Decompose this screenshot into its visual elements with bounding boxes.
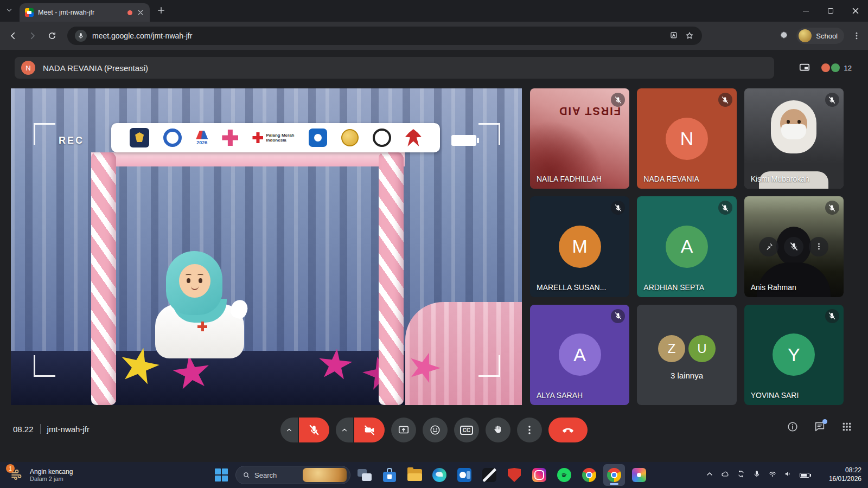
start-button[interactable] [210,464,232,486]
mute-button[interactable] [784,237,803,256]
participants-count-chip[interactable]: 12 [820,62,852,73]
presentation-video[interactable]: 2026 Palang MerahIndonesia REC [11,88,522,405]
camera-options-chevron[interactable] [336,418,353,442]
participant-tile-nada[interactable]: N NADA REVANIA [637,88,736,189]
more-options-button[interactable] [517,418,542,442]
url-text[interactable]: meet.google.com/jmt-nwah-jfr [92,31,664,40]
onedrive-icon[interactable] [721,470,730,480]
volume-icon[interactable] [784,470,793,480]
window-maximize-button[interactable] [818,0,843,22]
mic-control-group [280,418,329,442]
camera-control-group [336,418,385,442]
raise-hand-button[interactable] [486,418,510,442]
chat-icon[interactable] [814,421,826,433]
university-shield-logo [130,128,149,147]
participant-name: NAILA FADHILLAH [537,175,602,183]
participant-tile-marella[interactable]: M MARELLA SUSAN... [530,196,629,297]
avatar: Z [658,335,685,362]
site-mic-indicator-icon[interactable] [75,30,87,42]
photos-app-icon[interactable] [628,464,650,486]
browser-tab[interactable]: Meet - jmt-nwah-jfr [20,3,150,22]
participant-tile-naila[interactable]: FIRST AID NAILA FADHILLAH [530,88,629,189]
reactions-button[interactable] [423,418,448,442]
tab-search-icon[interactable] [5,7,13,14]
meet-page: N NADA REVANIA (Presentasi) 12 [0,50,868,462]
participant-tile-anis[interactable]: Anis Rahman [744,196,844,297]
mini-avatar [820,62,831,73]
avatar: U [688,335,716,362]
design-app-icon[interactable] [478,464,500,486]
new-tab-button[interactable] [156,5,166,15]
outlook-icon[interactable] [454,464,475,486]
activities-apps-icon[interactable] [841,421,853,433]
event-logo-banner: 2026 Palang MerahIndonesia [111,123,440,152]
profile-label: School [816,32,838,40]
extensions-icon[interactable] [779,31,789,41]
participant-tile-alya[interactable]: A ALYA SARAH [530,305,629,405]
participant-tile-ardhian[interactable]: A ARDHIAN SEPTA [637,196,736,297]
layout-icon[interactable] [799,62,810,74]
participant-name: Kismi Mubarokah [751,175,809,183]
frame-bracket [478,123,500,145]
antivirus-shield-icon[interactable] [503,464,525,486]
back-button[interactable] [3,26,23,46]
taskbar-search[interactable]: Search [235,466,350,484]
participant-tile-yovina[interactable]: Y YOVINA SARI [744,305,844,405]
browser-titlebar: Meet - jmt-nwah-jfr [0,0,868,22]
present-button[interactable] [391,418,416,442]
forward-button[interactable] [23,26,42,46]
translate-icon[interactable] [669,31,679,41]
meeting-info-icon[interactable] [787,421,799,433]
more-options-button[interactable] [809,237,828,256]
tile-hover-controls [759,237,828,256]
edge-icon[interactable] [429,464,450,486]
chrome-secondary-icon[interactable] [578,464,600,486]
tab-recording-indicator [127,10,132,15]
participant-name: NADA REVANIA [643,175,699,183]
event-2026-logo: 2026 [196,131,208,145]
participant-name: YOVINA SARI [751,391,799,400]
reload-button[interactable] [42,26,62,46]
search-highlight-thumbnail [303,468,347,482]
sync-icon[interactable] [737,470,745,480]
wifi-icon[interactable] [768,470,777,480]
nurse-hand-puppet [151,251,248,359]
browser-menu-icon[interactable] [852,31,861,41]
mic-off-icon [825,93,839,107]
window-minimize-button[interactable] [793,0,818,22]
participant-name: Anis Rahman [751,283,796,292]
mic-options-chevron[interactable] [280,418,298,442]
end-call-button[interactable] [548,418,588,442]
weather-widget[interactable]: 1 Angin kencang Dalam 2 jam [4,465,77,485]
captions-button[interactable]: CC [454,418,479,442]
window-close-button[interactable] [843,0,868,22]
spotify-icon[interactable] [553,464,575,486]
address-bar[interactable]: meet.google.com/jmt-nwah-jfr [67,27,702,45]
frame-bracket [34,123,55,145]
windows-taskbar: 1 Angin kencang Dalam 2 jam Search [0,462,868,488]
pink-curtain-drape [405,302,522,405]
participant-grid: FIRST AID NAILA FADHILLAH N NADA REVANIA… [530,88,844,405]
file-explorer-icon[interactable] [404,464,425,486]
participant-tile-others[interactable]: Z U 3 lainnya [637,305,736,405]
store-icon[interactable] [379,464,400,486]
participant-tile-kismi[interactable]: Kismi Mubarokah [744,88,844,189]
participant-name: ALYA SARAH [537,391,583,400]
taskbar-clock[interactable]: 08:22 16/01/2026 [829,466,861,483]
chrome-icon[interactable] [603,464,625,486]
bookmark-star-icon[interactable] [685,31,694,41]
pin-button[interactable] [759,237,778,256]
hidden-icons-chevron[interactable] [705,470,714,480]
rec-indicator: REC [59,135,84,146]
tab-close-icon[interactable] [137,9,144,16]
tray-mic-icon[interactable] [752,470,761,480]
mic-off-icon [825,309,839,323]
mic-toggle-button[interactable] [299,418,329,442]
camera-toggle-button[interactable] [354,418,385,442]
task-view-icon[interactable] [354,464,375,486]
instagram-icon[interactable] [528,464,550,486]
browser-profile-chip[interactable]: School [796,28,844,44]
participant-count: 12 [844,64,852,72]
battery-icon[interactable] [800,473,809,478]
overflow-count-label: 3 lainnya [637,371,736,380]
